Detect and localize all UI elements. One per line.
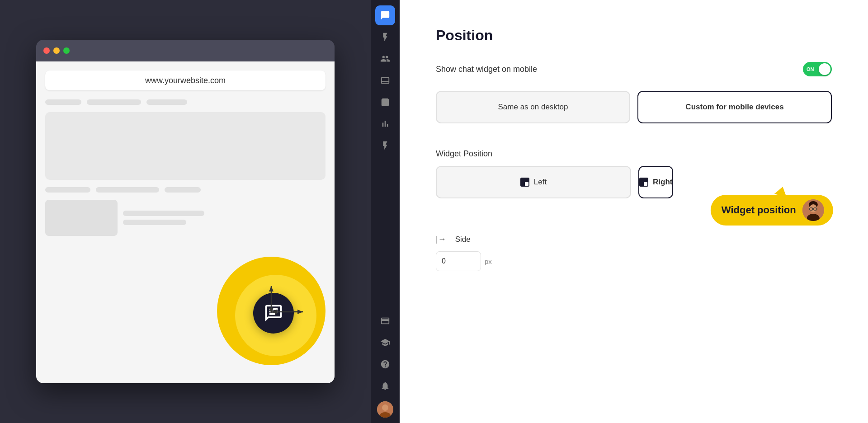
sidebar-item-automation[interactable] [375, 136, 395, 155]
minimize-button-icon [53, 47, 60, 54]
left-panel: www.yourwebsite.com [0, 0, 371, 423]
graduation-icon [380, 338, 390, 348]
skeleton-line [45, 187, 90, 193]
side-row: |→ Side [436, 235, 832, 244]
skeleton-line [96, 187, 159, 193]
position-right-label: Right [653, 178, 672, 187]
mobile-toggle-row: Show chat widget on mobile ON [436, 62, 832, 76]
avatar-image [377, 401, 393, 418]
horizontal-arrow-icon [271, 307, 303, 316]
url-text: www.yourwebsite.com [145, 76, 226, 85]
tooltip-avatar-image [802, 199, 824, 221]
sidebar-item-archive[interactable] [375, 92, 395, 112]
sidebar-item-academy[interactable] [375, 333, 395, 352]
custom-mobile-button[interactable]: Custom for mobile devices [637, 91, 832, 123]
bell-icon [380, 381, 390, 391]
automation-icon [380, 141, 390, 150]
tooltip-bubble: Widget position [711, 195, 833, 226]
page-title: Position [436, 27, 832, 44]
content-block-1 [45, 112, 326, 180]
position-left-button[interactable]: Left [436, 166, 631, 198]
skeleton-line [45, 99, 81, 105]
archive-icon [380, 97, 390, 107]
sidebar-item-inbox[interactable] [375, 70, 395, 90]
help-icon [380, 359, 390, 369]
side-label: Side [455, 235, 471, 244]
side-unit-label: px [485, 258, 492, 265]
browser-titlebar [36, 40, 335, 61]
device-button-group: Same as on desktop Custom for mobile dev… [436, 91, 832, 123]
content-lines [123, 200, 326, 236]
tooltip-avatar [802, 199, 824, 221]
skeleton-lines-2 [45, 187, 326, 193]
chat-icon [380, 10, 390, 20]
svg-marker-1 [269, 286, 274, 291]
horizontal-arrow [271, 307, 303, 316]
skeleton-line [165, 187, 201, 193]
content-row [45, 200, 326, 236]
skeleton-line [123, 211, 204, 216]
position-right-icon [639, 178, 648, 187]
mobile-toggle-label: Show chat widget on mobile [436, 65, 537, 74]
side-arrow-icon: |→ [436, 235, 446, 244]
url-bar: www.yourwebsite.com [45, 70, 326, 90]
sidebar-item-help[interactable] [375, 354, 395, 374]
chart-icon [380, 119, 390, 129]
divider-1 [436, 138, 832, 138]
tooltip-inner: Widget position [711, 195, 833, 226]
widget-area [199, 239, 326, 365]
inbox-icon [380, 75, 390, 85]
side-value-input[interactable] [436, 251, 481, 271]
sidebar-item-notifications[interactable] [375, 376, 395, 396]
app-sidebar [371, 0, 400, 423]
sidebar-item-bolt[interactable] [375, 27, 395, 47]
skeleton-line [123, 220, 186, 225]
svg-marker-4 [271, 310, 277, 314]
sidebar-item-billing[interactable] [375, 311, 395, 331]
position-left-icon [520, 178, 529, 187]
mobile-toggle[interactable]: ON [803, 62, 832, 76]
browser-content: www.yourwebsite.com [36, 61, 335, 383]
card-icon [380, 316, 390, 326]
sidebar-item-users[interactable] [375, 49, 395, 69]
sidebar-item-chart[interactable] [375, 114, 395, 134]
skeleton-lines-1 [45, 99, 326, 105]
side-section: |→ Side px [436, 235, 832, 271]
sidebar-item-chat[interactable] [375, 5, 395, 25]
settings-panel: Position Show chat widget on mobile ON S… [400, 0, 868, 423]
svg-point-12 [810, 204, 817, 212]
position-right-button[interactable]: Right [638, 166, 673, 198]
widget-position-label: Widget Position [436, 149, 832, 159]
skeleton-line [146, 99, 187, 105]
toggle-knob [819, 63, 830, 75]
svg-marker-5 [297, 310, 303, 314]
position-left-label: Left [534, 178, 547, 187]
position-button-group: Left Right Widget position [436, 166, 832, 198]
position-right-container: Right Widget position [638, 166, 832, 198]
users-icon [380, 54, 390, 64]
tooltip-container: Widget position [711, 195, 833, 226]
side-input-group: px [436, 251, 832, 271]
same-as-desktop-button[interactable]: Same as on desktop [436, 91, 630, 123]
user-avatar[interactable] [377, 401, 393, 418]
browser-mockup: www.yourwebsite.com [36, 40, 335, 383]
svg-point-7 [382, 404, 388, 411]
toggle-on-label: ON [807, 66, 814, 72]
bolt-icon [380, 32, 390, 42]
skeleton-line [87, 99, 141, 105]
close-button-icon [43, 47, 50, 54]
tooltip-text: Widget position [722, 204, 796, 216]
content-box-left [45, 200, 118, 236]
maximize-button-icon [63, 47, 70, 54]
